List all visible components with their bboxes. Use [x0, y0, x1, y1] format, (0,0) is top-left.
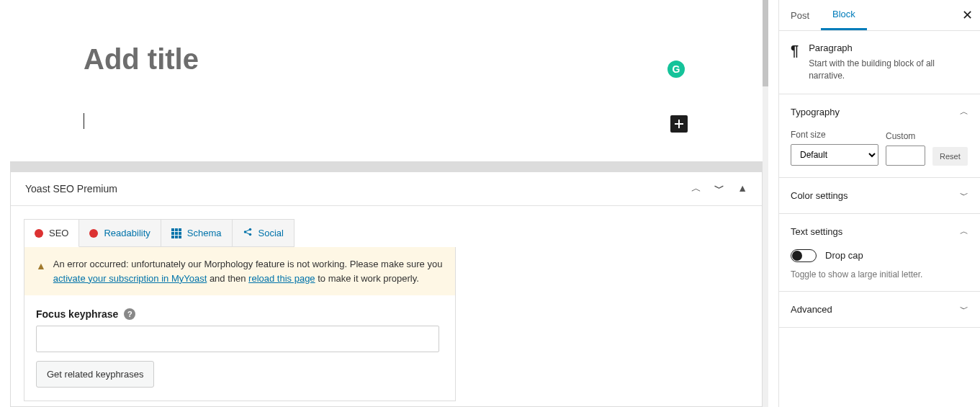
add-block-button[interactable] [670, 115, 688, 133]
sidebar-tabs: Post Block ✕ [779, 0, 980, 31]
svg-point-1 [248, 228, 251, 231]
tab-post[interactable]: Post [779, 1, 821, 30]
tab-block[interactable]: Block [821, 0, 867, 30]
color-settings-header[interactable]: Color settings ﹀ [779, 178, 980, 213]
help-icon[interactable]: ? [124, 308, 135, 320]
typography-header[interactable]: Typography ︿ [779, 94, 980, 130]
tab-schema[interactable]: Schema [161, 220, 233, 246]
editor-area: Add title G Yoast SEO Premium ︿ ﹀ ▲ [0, 0, 778, 407]
focus-keyphrase-input[interactable] [36, 326, 439, 352]
block-info: ¶ Paragraph Start with the building bloc… [779, 31, 980, 94]
settings-sidebar: Post Block ✕ ¶ Paragraph Start with the … [778, 0, 980, 407]
readability-score-dot-icon [89, 229, 98, 238]
seo-score-dot-icon [35, 229, 43, 238]
custom-size-label: Custom [886, 131, 925, 141]
text-settings-panel: Text settings ︿ Drop cap Toggle to show … [779, 214, 980, 292]
tab-social[interactable]: Social [233, 220, 294, 246]
typography-panel: Typography ︿ Font size Default Custom [779, 94, 980, 178]
share-icon [243, 227, 253, 239]
post-title-block[interactable]: Add title [0, 0, 778, 76]
text-cursor [84, 113, 84, 129]
tab-seo[interactable]: SEO [24, 220, 79, 247]
title-placeholder: Add title [84, 43, 199, 75]
advanced-panel: Advanced ﹀ [779, 292, 980, 328]
drop-cap-toggle[interactable] [791, 249, 817, 262]
get-related-keyphrases-button[interactable]: Get related keyphrases [36, 361, 154, 388]
paragraph-icon: ¶ [791, 43, 799, 82]
toggle-knob [792, 251, 802, 261]
chevron-down-icon: ﹀ [960, 303, 968, 316]
custom-font-size-input[interactable] [886, 146, 925, 166]
text-settings-header[interactable]: Text settings ︿ [779, 214, 980, 249]
chevron-up-icon: ︿ [960, 225, 968, 238]
font-size-label: Font size [791, 130, 878, 140]
focus-keyphrase-label: Focus keyphrase ? [36, 308, 444, 320]
color-settings-panel: Color settings ﹀ [779, 178, 980, 214]
chevron-down-icon: ﹀ [960, 189, 968, 202]
warning-icon: ▲ [36, 259, 46, 285]
tab-readability[interactable]: Readability [79, 220, 161, 246]
block-description: Start with the building block of all nar… [809, 58, 968, 82]
yoast-expand-down-icon[interactable]: ﹀ [714, 182, 724, 195]
paragraph-block[interactable] [0, 76, 778, 129]
schema-grid-icon [171, 228, 181, 238]
yoast-error-alert: ▲ An error occurred: unfortunately our M… [24, 247, 455, 295]
activate-subscription-link[interactable]: activate your subscription in MyYoast [53, 273, 207, 284]
drop-cap-description: Toggle to show a large initial letter. [791, 269, 968, 279]
drop-cap-label: Drop cap [825, 250, 863, 261]
chevron-up-icon: ︿ [960, 106, 968, 118]
yoast-tabs: SEO Readability Schema Social [24, 219, 295, 247]
advanced-header[interactable]: Advanced ﹀ [779, 292, 980, 327]
font-size-select[interactable]: Default [791, 144, 878, 166]
panel-separator [10, 161, 763, 171]
block-name: Paragraph [809, 43, 968, 53]
yoast-toggle-icon[interactable]: ▲ [737, 182, 747, 195]
close-sidebar-icon[interactable]: ✕ [962, 7, 973, 23]
yoast-collapse-up-icon[interactable]: ︿ [691, 182, 701, 195]
yoast-panel-title: Yoast SEO Premium [25, 183, 117, 194]
reload-page-link[interactable]: reload this page [248, 273, 315, 284]
yoast-panel-header: Yoast SEO Premium ︿ ﹀ ▲ [11, 172, 762, 206]
scrollbar-thumb[interactable] [763, 0, 768, 86]
yoast-seo-panel: Yoast SEO Premium ︿ ﹀ ▲ SEO Readability [10, 171, 763, 407]
reset-font-size-button[interactable]: Reset [932, 147, 968, 166]
svg-point-2 [248, 233, 251, 236]
editor-scrollbar[interactable] [763, 0, 768, 407]
